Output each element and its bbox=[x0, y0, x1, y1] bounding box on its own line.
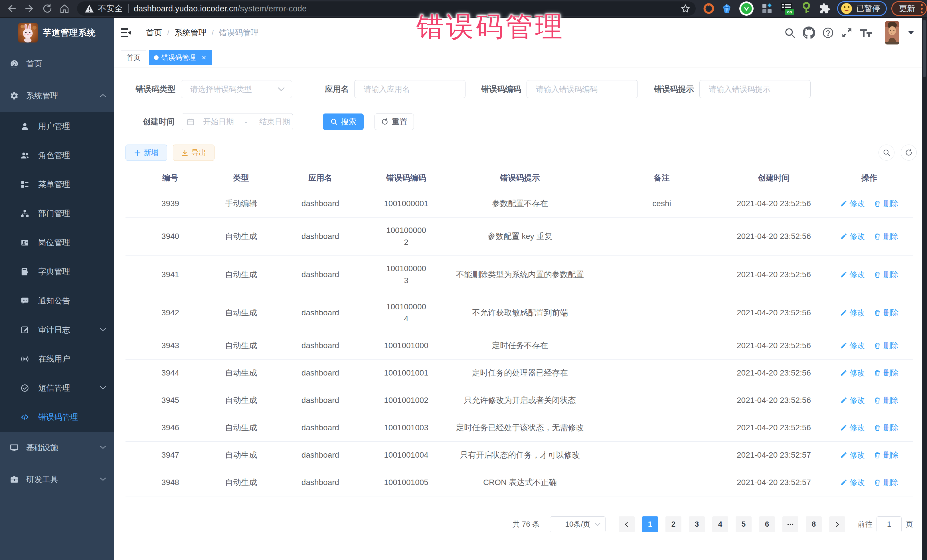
delete-row-button[interactable]: 删除 bbox=[874, 395, 899, 406]
delete-row-button[interactable]: 删除 bbox=[874, 340, 899, 352]
error-msg-input[interactable]: 请输入错误码提示 bbox=[699, 80, 811, 98]
page-button-3[interactable]: 3 bbox=[689, 516, 705, 532]
sidebar-item-角色管理[interactable]: 角色管理 bbox=[0, 141, 114, 170]
tag-close-icon[interactable] bbox=[201, 55, 207, 61]
export-button[interactable]: 导出 bbox=[173, 144, 214, 161]
browser-menu-kebab-icon[interactable] bbox=[921, 4, 923, 14]
extension-grid-icon[interactable] bbox=[761, 3, 773, 14]
edit-row-button[interactable]: 修改 bbox=[840, 197, 865, 209]
sidebar-item-审计日志[interactable]: 审计日志 bbox=[0, 316, 114, 344]
extension-orange-ring-icon[interactable] bbox=[703, 3, 714, 14]
edit-row-button[interactable]: 修改 bbox=[840, 367, 865, 379]
extension-green-circle-icon[interactable] bbox=[739, 1, 754, 16]
header-search-icon[interactable] bbox=[784, 27, 796, 39]
breadcrumb-system[interactable]: 系统管理 bbox=[175, 27, 207, 38]
edit-row-button[interactable]: 修改 bbox=[840, 231, 865, 242]
help-icon[interactable] bbox=[822, 27, 834, 39]
page-button-6[interactable]: 6 bbox=[759, 516, 775, 532]
page-button-4[interactable]: 4 bbox=[712, 516, 728, 532]
sidebar-item-研发工具[interactable]: 研发工具 bbox=[0, 464, 114, 496]
app-name-input[interactable]: 请输入应用名 bbox=[354, 80, 465, 98]
sidebar-item-基础设施[interactable]: 基础设施 bbox=[0, 432, 114, 464]
add-button[interactable]: 新增 bbox=[126, 144, 167, 161]
delete-row-button[interactable]: 删除 bbox=[874, 231, 899, 242]
delete-row-button[interactable]: 删除 bbox=[874, 449, 899, 461]
edit-row-button[interactable]: 修改 bbox=[840, 477, 865, 489]
page-scrollbar[interactable] bbox=[922, 18, 927, 560]
extension-blue-gem-icon[interactable] bbox=[722, 3, 732, 14]
browser-home-icon[interactable] bbox=[58, 2, 71, 15]
sidebar-item-首页[interactable]: 首页 bbox=[0, 48, 114, 80]
sidebar-item-通知公告[interactable]: 通知公告 bbox=[0, 286, 114, 316]
bookmark-star-icon[interactable] bbox=[680, 3, 690, 14]
edit-pencil-icon bbox=[840, 309, 847, 317]
delete-row-button[interactable]: 删除 bbox=[874, 422, 899, 434]
sidebar-logo[interactable]: 芋道管理系统 bbox=[0, 18, 114, 48]
date-end-placeholder[interactable]: 结束日期 bbox=[259, 117, 290, 127]
edit-row-button[interactable]: 修改 bbox=[840, 269, 865, 281]
search-button[interactable]: 搜索 bbox=[323, 114, 364, 130]
sidebar-item-系统管理[interactable]: 系统管理 bbox=[0, 80, 114, 112]
sidebar-item-用户管理[interactable]: 用户管理 bbox=[0, 112, 114, 141]
tag-错误码管理[interactable]: 错误码管理 bbox=[149, 50, 212, 65]
delete-row-button[interactable]: 删除 bbox=[874, 197, 899, 209]
paused-extension-badge[interactable]: 已暂停 bbox=[837, 1, 887, 16]
edit-row-button[interactable]: 修改 bbox=[840, 422, 865, 434]
next-page-button[interactable] bbox=[829, 516, 845, 532]
edit-row-button[interactable]: 修改 bbox=[840, 395, 865, 406]
scrollbar-thumb[interactable] bbox=[923, 20, 926, 77]
page-size-select[interactable]: 10条/页 bbox=[550, 516, 606, 532]
extension-key-icon[interactable] bbox=[801, 2, 812, 15]
column-header-操作: 操作 bbox=[825, 166, 913, 190]
browser-forward-icon[interactable] bbox=[23, 2, 36, 15]
sidebar-item-错误码管理[interactable]: 错误码管理 bbox=[0, 403, 114, 432]
browser-url-bar[interactable]: 不安全 dashboard.yudao.iocoder.cn /system/e… bbox=[77, 2, 696, 16]
edit-row-button[interactable]: 修改 bbox=[840, 449, 865, 461]
goto-page-input[interactable]: 1 bbox=[877, 516, 902, 532]
error-msg-label: 错误码提示 bbox=[654, 84, 694, 95]
sidebar-item-字典管理[interactable]: 字典管理 bbox=[0, 257, 114, 286]
browser-update-button[interactable]: 更新 bbox=[891, 1, 927, 16]
date-start-placeholder[interactable]: 开始日期 bbox=[203, 117, 234, 127]
hamburger-icon[interactable] bbox=[121, 28, 132, 38]
page-button-5[interactable]: 5 bbox=[736, 516, 752, 532]
font-size-icon[interactable] bbox=[860, 27, 872, 38]
error-code-input[interactable]: 请输入错误码编码 bbox=[527, 80, 638, 98]
avatar-caret-icon[interactable] bbox=[907, 30, 915, 35]
sidebar-item-岗位管理[interactable]: 岗位管理 bbox=[0, 228, 114, 257]
not-secure-label[interactable]: 不安全 bbox=[98, 3, 123, 14]
date-range-picker[interactable]: 开始日期 - 结束日期 bbox=[182, 113, 293, 130]
prev-page-button[interactable] bbox=[619, 516, 635, 532]
not-secure-warning-icon[interactable] bbox=[84, 4, 94, 13]
tag-首页[interactable]: 首页 bbox=[121, 50, 146, 65]
github-icon[interactable] bbox=[802, 27, 815, 39]
sidebar-item-部门管理[interactable]: 部门管理 bbox=[0, 199, 114, 228]
extension-puzzle-icon[interactable] bbox=[819, 3, 830, 14]
browser-reload-icon[interactable] bbox=[41, 2, 54, 15]
breadcrumb-home[interactable]: 首页 bbox=[146, 27, 162, 38]
delete-row-button[interactable]: 删除 bbox=[874, 477, 899, 489]
edit-row-button[interactable]: 修改 bbox=[840, 340, 865, 352]
extension-list-on-icon[interactable]: on bbox=[780, 2, 794, 16]
page-button-2[interactable]: 2 bbox=[666, 516, 681, 532]
toggle-search-icon[interactable] bbox=[878, 144, 895, 161]
fullscreen-icon[interactable] bbox=[841, 27, 853, 39]
refresh-table-icon[interactable] bbox=[901, 144, 917, 161]
sidebar-item-菜单管理[interactable]: 菜单管理 bbox=[0, 170, 114, 199]
reset-button[interactable]: 重置 bbox=[374, 114, 414, 130]
avatar-photo bbox=[885, 21, 899, 44]
browser-back-icon[interactable] bbox=[5, 2, 18, 15]
user-avatar[interactable] bbox=[885, 21, 915, 44]
error-type-select[interactable]: 请选择错误码类型 bbox=[181, 80, 292, 98]
page-button-1[interactable]: 1 bbox=[642, 516, 658, 532]
page-size-value: 10条/页 bbox=[565, 519, 590, 529]
page-content: 错误码类型 请选择错误码类型 应用名 请输入应用名 错误码编码 请输入错误码编码… bbox=[114, 80, 922, 532]
delete-row-button[interactable]: 删除 bbox=[874, 269, 899, 281]
pagination-ellipsis[interactable] bbox=[783, 516, 798, 532]
sidebar-item-在线用户[interactable]: 在线用户 bbox=[0, 344, 114, 373]
edit-row-button[interactable]: 修改 bbox=[840, 307, 865, 319]
sidebar-item-短信管理[interactable]: 短信管理 bbox=[0, 373, 114, 403]
page-button-8[interactable]: 8 bbox=[806, 516, 822, 532]
delete-row-button[interactable]: 删除 bbox=[874, 367, 899, 379]
delete-row-button[interactable]: 删除 bbox=[874, 307, 899, 319]
